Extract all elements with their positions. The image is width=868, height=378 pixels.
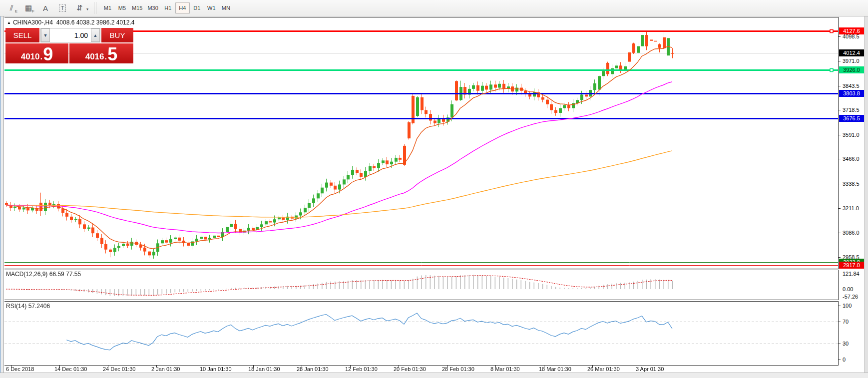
buy-button[interactable]: BUY [100, 28, 133, 42]
icon-subscript: F [32, 9, 34, 13]
sell-button[interactable]: SELL [5, 28, 40, 42]
tf-button-H1[interactable]: H1 [161, 2, 175, 14]
window-right-strip [865, 16, 868, 378]
time-axis-label: 28 Feb 01:30 [442, 366, 474, 372]
ohlc-values: 4008.6 4038.2 3986.2 4012.4 [56, 19, 135, 26]
text-label-icon: A [43, 4, 48, 12]
rsi-tick [839, 344, 841, 344]
time-axis-label: 6 Dec 2018 [6, 366, 34, 372]
time-axis-label: 20 Feb 01:30 [394, 366, 426, 372]
rsi-tick [839, 322, 841, 322]
macd-label: MACD(12,26,9) 66.59 77.55 [6, 271, 81, 278]
rsi-tick-label: 0 [843, 357, 846, 363]
rsi-tick-label: 30 [843, 341, 849, 347]
timeframe-button-group: M1M5M15M30H1H4D1W1MN [100, 2, 233, 14]
window-bottom-strip [0, 373, 868, 378]
price-tick [839, 208, 841, 209]
tf-button-D1[interactable]: D1 [190, 2, 204, 14]
price-tick [839, 110, 841, 110]
price-badge-3803.8: 3803.8 [839, 90, 864, 97]
tf-button-MN[interactable]: MN [219, 2, 233, 14]
toolbar-button-grid[interactable]: ▦F [20, 1, 37, 14]
toolbar-drag-handle[interactable] [94, 2, 96, 13]
price-tick-label: 3086.0 [843, 230, 860, 236]
price-tick [839, 257, 841, 258]
price-badge-3926.0: 3926.0 [839, 66, 864, 73]
one-click-trading-panel: SELL ▼ ▲ BUY 4010 . 9 4016 . 5 [5, 28, 133, 63]
time-axis-label: 10 Jan 01:30 [200, 366, 232, 372]
volume-increase-button[interactable]: ▲ [91, 28, 100, 42]
volume-decrease-button[interactable]: ▼ [41, 28, 50, 42]
macd-value-main: 66.59 [49, 271, 64, 278]
tf-button-M15[interactable]: M15 [129, 2, 145, 14]
macd-tick-label: -57.26 [843, 294, 858, 300]
price-badge-2917.0: 2917.0 [839, 262, 864, 269]
symbol-name: CHINA300-,H4 [13, 19, 53, 26]
price-chart-canvas[interactable] [4, 17, 839, 373]
dropdown-caret-icon: ▾ [86, 7, 88, 11]
top-toolbar: ⫽E▦FAT⇵▾ M1M5M15M30H1H4D1W1MN [0, 0, 868, 16]
price-tick-label: 3338.5 [843, 181, 860, 187]
mt4-chart-window: ⫽E▦FAT⇵▾ M1M5M15M30H1H4D1W1MN ▲CHINA300-… [0, 0, 868, 378]
time-axis-label: 18 Jan 01:30 [248, 366, 280, 372]
tf-button-M5[interactable]: M5 [115, 2, 129, 14]
price-tick-label: 3466.0 [843, 156, 860, 162]
price-tick [839, 86, 841, 86]
time-axis-label: 12 Feb 01:30 [345, 366, 378, 372]
time-axis-label: 8 Mar 01:30 [490, 366, 520, 372]
time-axis-label: 2 Jan 01:30 [151, 366, 180, 372]
tool-button-group: ⫽E▦FAT⇵▾ [3, 1, 88, 14]
toolbar-button-text-box[interactable]: T [54, 1, 71, 14]
macd-tick-label: 0.00 [843, 286, 853, 292]
rsi-tick-label: 70 [843, 319, 849, 325]
price-badge-4012.4: 4012.4 [839, 49, 864, 56]
price-tick [839, 36, 841, 37]
price-tick [839, 184, 841, 184]
price-tick-label: 3211.0 [843, 205, 859, 211]
buy-price-frac: 5 [107, 47, 117, 62]
time-axis-label: 3 Apr 01:30 [636, 366, 664, 372]
toolbar-button-text-label[interactable]: A [37, 1, 54, 14]
grid-icon: ▦ [25, 3, 32, 12]
macd-tick-label: 121.84 [843, 271, 860, 277]
buy-price-whole: 4016 [85, 52, 104, 62]
price-tick [839, 61, 841, 61]
volume-stepper: ▼ ▲ [40, 28, 100, 42]
price-badge-4127.6: 4127.6 [839, 27, 864, 34]
time-axis-label: 26 Mar 01:30 [587, 366, 620, 372]
text-box-icon: T [59, 4, 66, 12]
buy-price-dot: . [105, 52, 107, 62]
volume-input[interactable] [50, 28, 91, 42]
price-tick-label: 3843.5 [843, 83, 860, 89]
tf-button-M30[interactable]: M30 [145, 2, 160, 14]
time-axis-label: 14 Dec 01:30 [54, 366, 87, 372]
price-axis[interactable]: 4098.53971.03843.53718.53591.03466.03338… [839, 17, 865, 373]
toolbar-button-expert-advisors[interactable]: ⫽E [3, 1, 20, 14]
time-axis-label: 24 Dec 01:30 [103, 366, 135, 372]
collapse-arrow-icon[interactable]: ▲ [7, 20, 11, 25]
price-tick-label: 3971.0 [843, 58, 860, 64]
chart-area: ▲CHINA300-,H4 4008.6 4038.2 3986.2 4012.… [4, 17, 865, 373]
tf-button-M1[interactable]: M1 [100, 2, 115, 14]
sell-price-whole: 4010 [21, 52, 40, 62]
time-axis-label: 28 Jan 01:30 [297, 366, 329, 372]
arrange-arrows-icon: ⇵ [76, 3, 83, 12]
tf-button-H4[interactable]: H4 [175, 2, 190, 14]
rsi-value: 57.2406 [28, 303, 50, 310]
macd-value-signal: 77.55 [66, 271, 81, 278]
time-axis-label: 18 Mar 01:30 [539, 366, 571, 372]
price-badge-3676.5: 3676.5 [839, 115, 864, 122]
price-tick-label: 3591.0 [843, 132, 860, 138]
symbol-header: ▲CHINA300-,H4 4008.6 4038.2 3986.2 4012.… [7, 19, 134, 26]
sell-price-tile: 4010 . 9 [5, 43, 68, 63]
price-tick [839, 135, 841, 135]
toolbar-button-arrange-arrows[interactable]: ⇵▾ [71, 1, 88, 14]
price-tick-label: 3718.5 [843, 107, 860, 113]
time-axis: 6 Dec 201814 Dec 01:3024 Dec 01:302 Jan … [5, 366, 834, 373]
rsi-tick-label: 100 [843, 303, 852, 309]
buy-price-tile: 4016 . 5 [69, 43, 133, 63]
rsi-tick [839, 360, 841, 360]
icon-subscript: E [15, 9, 17, 13]
tf-button-W1[interactable]: W1 [204, 2, 219, 14]
price-tick [839, 159, 841, 159]
